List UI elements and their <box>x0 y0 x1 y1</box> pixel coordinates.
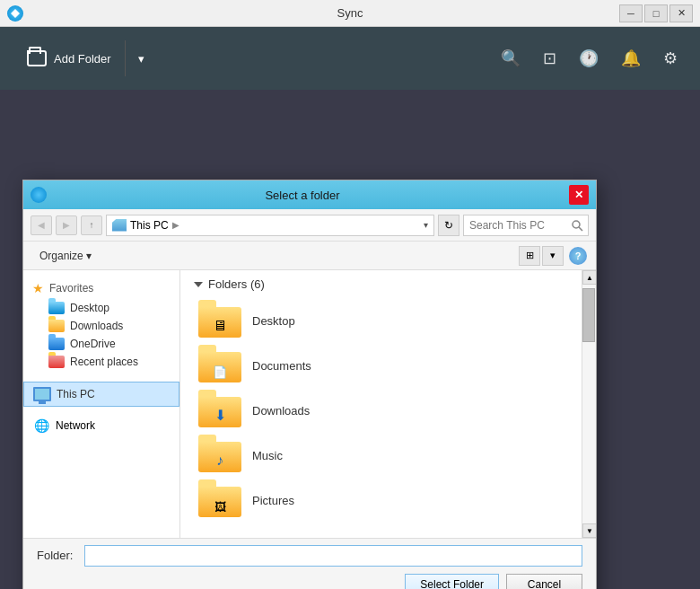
view-dropdown-icon: ▾ <box>550 250 556 261</box>
this-pc-icon <box>33 387 51 401</box>
organize-arrow-icon: ▾ <box>86 250 92 262</box>
cancel-button[interactable]: Cancel <box>506 574 582 590</box>
downloads-large-icon: ⬇ <box>198 393 241 427</box>
sidebar-item-recent[interactable]: Recent places <box>23 353 179 371</box>
forward-button[interactable]: ▶ <box>56 215 77 235</box>
favorites-group: ★ Favorites Desktop Downloads <box>23 277 179 371</box>
view-mode-button[interactable]: ⊞ <box>519 246 540 266</box>
scrollbar-thumb[interactable] <box>582 288 595 342</box>
sidebar-item-desktop[interactable]: Desktop <box>23 299 179 317</box>
title-bar: Sync ─ □ ✕ <box>0 0 700 27</box>
up-button[interactable]: ↑ <box>81 215 102 235</box>
folders-header: Folders (6) <box>180 270 596 294</box>
pictures-overlay: 🖼 <box>214 500 226 514</box>
dialog-content: ★ Favorites Desktop Downloads <box>23 270 596 538</box>
search-icon[interactable]: 🔍 <box>501 48 521 68</box>
dialog-app-icon <box>31 187 47 203</box>
organize-button[interactable]: Organize ▾ <box>32 247 99 265</box>
sidebar-item-onedrive[interactable]: OneDrive <box>23 335 179 353</box>
select-folder-button[interactable]: Select Folder <box>405 574 499 590</box>
app-toolbar: Add Folder ▾ 🔍 ⊡ 🕐 🔔 ⚙ <box>0 27 700 90</box>
sidebar-spacer <box>23 374 179 382</box>
scrollbar-track: ▲ ▼ <box>582 270 596 538</box>
pictures-folder-name: Pictures <box>252 494 294 507</box>
folder-item-pictures[interactable]: 🖼 Pictures <box>189 479 587 522</box>
minimize-button[interactable]: ─ <box>619 4 643 22</box>
folder-item-downloads[interactable]: ⬇ Downloads <box>189 389 587 432</box>
dialog-main: Folders (6) 🖥 Desktop <box>180 270 596 538</box>
favorites-header[interactable]: ★ Favorites <box>23 277 179 299</box>
sidebar-spacer2 <box>23 407 179 414</box>
gear-icon[interactable]: ⚙ <box>663 48 678 68</box>
back-button[interactable]: ◀ <box>31 215 52 235</box>
add-folder-dropdown[interactable]: ▾ <box>126 27 158 90</box>
sidebar-item-network[interactable]: 🌐 Network <box>23 414 179 437</box>
downloads-folder-name: Downloads <box>252 404 310 418</box>
clock-icon[interactable]: 🕐 <box>579 48 599 68</box>
sidebar-desktop-label: Desktop <box>70 302 109 314</box>
add-folder-button[interactable]: Add Folder <box>13 27 125 90</box>
dialog-bottom: Folder: Select Folder Cancel <box>23 538 596 589</box>
app-background: Select a folder ✕ ◀ ▶ ↑ This PC ▶ ▾ <box>0 90 700 589</box>
view-mode-icon: ⊞ <box>526 250 534 261</box>
forward-icon: ▶ <box>63 220 70 230</box>
help-icon: ? <box>575 251 582 261</box>
network-icon: 🌐 <box>32 418 50 433</box>
folder-item-desktop[interactable]: 🖥 Desktop <box>189 299 587 342</box>
display-icon[interactable]: ⊡ <box>543 48 556 68</box>
scrollbar-down-button[interactable]: ▼ <box>582 523 596 538</box>
select-folder-dialog: Select a folder ✕ ◀ ▶ ↑ This PC ▶ ▾ <box>22 180 597 589</box>
music-overlay: ♪ <box>216 453 223 469</box>
view-dropdown-button[interactable]: ▾ <box>542 246 564 266</box>
this-pc-label: This PC <box>57 388 95 400</box>
folder-label: Folder: <box>37 549 77 562</box>
maximize-button[interactable]: □ <box>644 4 668 22</box>
folder-input[interactable] <box>84 545 582 567</box>
sidebar-item-downloads[interactable]: Downloads <box>23 317 179 335</box>
desktop-folder-icon <box>48 302 65 314</box>
refresh-btn-container: ↻ <box>438 215 459 236</box>
back-icon: ◀ <box>38 220 45 230</box>
organize-label: Organize <box>39 250 83 262</box>
dialog-titlebar: Select a folder ✕ <box>23 180 596 209</box>
close-button[interactable]: ✕ <box>669 4 693 22</box>
breadcrumb-text: This PC <box>130 219 169 232</box>
folder-icon <box>27 50 47 66</box>
dialog-sidebar: ★ Favorites Desktop Downloads <box>23 270 180 538</box>
dialog-navbar: ◀ ▶ ↑ This PC ▶ ▾ ↻ <box>23 209 596 242</box>
bell-icon[interactable]: 🔔 <box>621 48 641 68</box>
title-bar-left <box>7 5 23 22</box>
help-button[interactable]: ? <box>569 247 587 265</box>
breadcrumb-bar[interactable]: This PC ▶ ▾ <box>106 215 434 236</box>
window-title: Sync <box>337 6 363 20</box>
sidebar-downloads-label: Downloads <box>70 320 123 332</box>
music-large-icon: ♪ <box>198 438 241 472</box>
dialog-title: Select a folder <box>54 189 551 202</box>
downloads-folder-icon <box>48 320 65 332</box>
recent-folder-icon <box>48 356 65 368</box>
network-label: Network <box>56 419 95 432</box>
onedrive-folder-icon <box>48 338 65 350</box>
folder-item-music[interactable]: ♪ Music <box>189 434 587 477</box>
breadcrumb-arrow-icon: ▶ <box>172 220 179 230</box>
dialog-close-button[interactable]: ✕ <box>569 185 589 205</box>
documents-large-icon: 📄 <box>198 348 241 382</box>
dropdown-arrow-icon: ▾ <box>138 52 144 66</box>
scrollbar-up-button[interactable]: ▲ <box>582 270 596 285</box>
up-icon: ↑ <box>90 220 94 230</box>
desktop-large-icon: 🖥 <box>198 303 241 338</box>
search-input[interactable] <box>463 215 589 236</box>
breadcrumb-dropdown-icon[interactable]: ▾ <box>424 220 428 230</box>
refresh-button[interactable]: ↻ <box>438 215 459 236</box>
sidebar-item-this-pc[interactable]: This PC <box>23 382 179 407</box>
folders-count-label: Folders (6) <box>208 277 265 291</box>
star-icon: ★ <box>32 281 44 295</box>
downloads-overlay: ⬇ <box>214 407 226 424</box>
toolbar-right: 🔍 ⊡ 🕐 🔔 ⚙ <box>501 48 687 68</box>
sidebar-onedrive-label: OneDrive <box>70 338 116 350</box>
folder-item-documents[interactable]: 📄 Documents <box>189 344 587 387</box>
add-folder-label: Add Folder <box>54 52 111 66</box>
app-icon <box>7 5 23 22</box>
documents-overlay: 📄 <box>213 365 227 379</box>
expand-icon <box>194 282 203 287</box>
